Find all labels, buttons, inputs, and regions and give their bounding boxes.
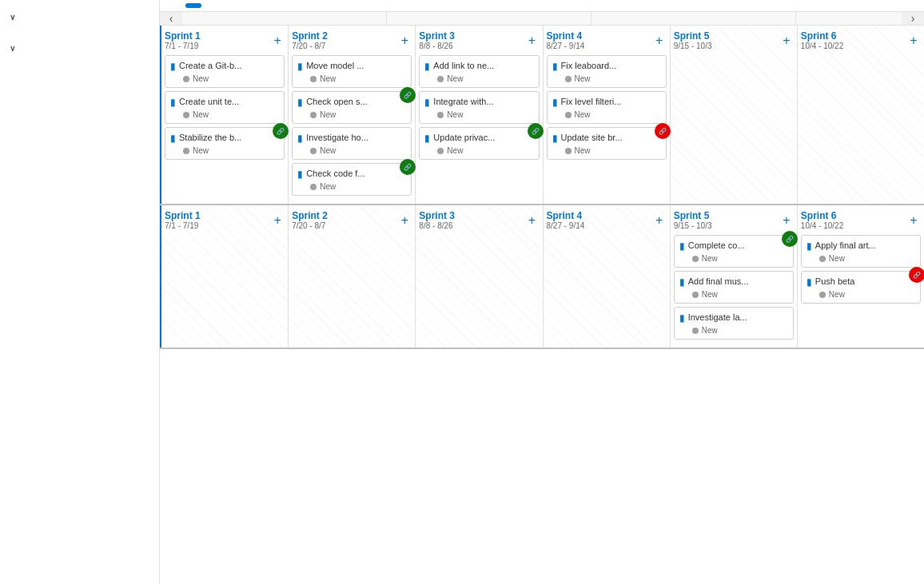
- sprint-header-0: Sprint 17/1 - 7/19+: [165, 30, 285, 50]
- sprint-add-button-4[interactable]: +: [779, 213, 794, 228]
- work-item-card[interactable]: ▮Stabilize the b...New🔗: [165, 127, 285, 160]
- team1-backlog-link[interactable]: [6, 25, 153, 28]
- work-item-title: Investigate ho...: [306, 132, 406, 143]
- team1-row: Sprint 17/1 - 7/19+▮Create a Git-b...New…: [160, 26, 924, 205]
- sprint-add-button-1[interactable]: +: [397, 213, 412, 228]
- sprint-add-button-2[interactable]: +: [525, 213, 540, 228]
- status-dot: [437, 76, 444, 82]
- status-dot: [437, 148, 444, 154]
- status-text: New: [447, 110, 463, 119]
- status-dot: [183, 76, 189, 82]
- work-item-card[interactable]: ▮Add final mus...New: [674, 271, 794, 304]
- work-item-card[interactable]: ▮Fix level filteri...New: [547, 91, 667, 124]
- status-text: New: [575, 146, 591, 155]
- sprint-add-button-3[interactable]: +: [652, 34, 667, 48]
- sprint-dates-2: 8/8 - 8/26: [419, 42, 455, 50]
- sprint-header-3: Sprint 48/27 - 9/14+: [547, 30, 667, 50]
- main-content: ‹ › Sprint 17/1 - 7/19+▮Create a Git-b..…: [160, 0, 924, 584]
- team2-header[interactable]: ∨: [6, 41, 153, 56]
- sprint-dates-0: 7/1 - 7/19: [165, 221, 201, 230]
- today-button[interactable]: [185, 3, 201, 8]
- status-text: New: [193, 74, 209, 83]
- work-item-card[interactable]: ▮Integrate with...New: [419, 91, 539, 124]
- status-dot: [819, 256, 826, 262]
- work-item-card[interactable]: ▮Update site br...New🔗: [547, 127, 667, 160]
- status-text: New: [320, 182, 336, 191]
- sprint-title-4[interactable]: Sprint 5: [674, 210, 712, 221]
- work-item-card[interactable]: ▮Create a Git-b...New: [165, 55, 285, 88]
- sprint-add-button-0[interactable]: +: [270, 213, 285, 228]
- work-item-card[interactable]: ▮Investigate la...New: [674, 307, 794, 340]
- sprint-add-button-1[interactable]: +: [397, 34, 412, 48]
- work-item-card[interactable]: ▮Apply final art...New: [801, 235, 921, 268]
- sprint-add-button-4[interactable]: +: [779, 34, 794, 48]
- sprint-title-0[interactable]: Sprint 1: [165, 210, 201, 221]
- month-july: [182, 12, 387, 25]
- work-item-title: Integrate with...: [433, 96, 533, 107]
- sprint-title-3[interactable]: Sprint 4: [547, 30, 585, 42]
- sprint-add-button-0[interactable]: +: [270, 34, 285, 48]
- sprint-title-1[interactable]: Sprint 2: [292, 210, 328, 221]
- status-text: New: [447, 146, 463, 155]
- sprint-dates-5: 10/4 - 10/22: [801, 42, 843, 50]
- work-item-card[interactable]: ▮Check open s...New🔗: [292, 91, 412, 124]
- sprint-col-4: Sprint 59/15 - 10/3+▮Complete co...New🔗▮…: [671, 205, 798, 348]
- link-badge: 🔗: [782, 231, 798, 247]
- work-item-card[interactable]: ▮Move model ...New: [292, 55, 412, 88]
- work-item-icon: ▮: [552, 61, 558, 72]
- sprint-col-2: Sprint 38/8 - 8/26+: [416, 205, 543, 348]
- sprint-title-3[interactable]: Sprint 4: [547, 210, 585, 221]
- sprint-title-0[interactable]: Sprint 1: [165, 30, 201, 42]
- link-badge: 🔗: [528, 123, 544, 139]
- status-dot: [565, 112, 572, 118]
- status-text: New: [320, 146, 336, 155]
- sprint-header-1: Sprint 27/20 - 8/7+: [292, 210, 412, 230]
- work-item-card[interactable]: ▮Complete co...New🔗: [674, 235, 794, 268]
- month-october: [796, 12, 902, 25]
- sprint-add-button-3[interactable]: +: [652, 213, 667, 228]
- team1-header[interactable]: ∨: [6, 10, 153, 25]
- work-item-icon: ▮: [552, 97, 558, 108]
- work-item-icon: ▮: [170, 133, 176, 144]
- scroll-area: Sprint 17/1 - 7/19+▮Create a Git-b...New…: [160, 26, 924, 584]
- sprint-add-button-5[interactable]: +: [906, 34, 921, 48]
- work-item-icon: ▮: [297, 97, 303, 108]
- sprint-title-2[interactable]: Sprint 3: [419, 30, 455, 42]
- link-badge: 🔗: [400, 87, 416, 103]
- sprint-dates-4: 9/15 - 10/3: [674, 221, 712, 230]
- work-item-card[interactable]: ▮Add link to ne...New: [419, 55, 539, 88]
- work-item-card[interactable]: ▮Push betaNew🔗: [801, 271, 921, 304]
- sprint-title-5[interactable]: Sprint 6: [801, 30, 843, 42]
- nav-left-button[interactable]: ‹: [160, 12, 182, 25]
- work-item-card[interactable]: ▮Fix leaboard...New: [547, 55, 667, 88]
- work-item-title: Add link to ne...: [433, 60, 533, 71]
- team2-backlog-link[interactable]: [6, 56, 153, 59]
- sprint-title-4[interactable]: Sprint 5: [674, 30, 712, 42]
- status-text: New: [702, 290, 718, 299]
- work-item-card[interactable]: ▮Investigate ho...New: [292, 127, 412, 160]
- sprint-header-2: Sprint 38/8 - 8/26+: [419, 30, 539, 50]
- work-item-card[interactable]: ▮Check code f...New🔗: [292, 163, 412, 196]
- sprint-title-2[interactable]: Sprint 3: [419, 210, 455, 221]
- sprint-dates-0: 7/1 - 7/19: [165, 42, 201, 50]
- status-text: New: [575, 110, 591, 119]
- status-dot: [565, 148, 572, 154]
- status-dot: [310, 76, 317, 82]
- link-badge: 🔗: [273, 123, 289, 139]
- work-item-icon: ▮: [807, 240, 812, 252]
- work-item-title: Update site br...: [561, 132, 661, 143]
- status-text: New: [193, 146, 209, 155]
- status-text: New: [320, 110, 336, 119]
- sprint-title-5[interactable]: Sprint 6: [801, 210, 843, 221]
- sprint-add-button-5[interactable]: +: [906, 213, 921, 228]
- status-text: New: [702, 326, 718, 335]
- work-item-title: Investigate la...: [688, 312, 788, 323]
- status-dot: [183, 148, 189, 154]
- status-dot: [437, 112, 444, 118]
- sprint-add-button-2[interactable]: +: [525, 34, 540, 48]
- work-item-card[interactable]: ▮Create unit te...New: [165, 91, 285, 124]
- work-item-card[interactable]: ▮Update privac...New🔗: [419, 127, 539, 160]
- sprint-header-1: Sprint 27/20 - 8/7+: [292, 30, 412, 50]
- nav-right-button[interactable]: ›: [902, 12, 924, 25]
- sprint-title-1[interactable]: Sprint 2: [292, 30, 328, 42]
